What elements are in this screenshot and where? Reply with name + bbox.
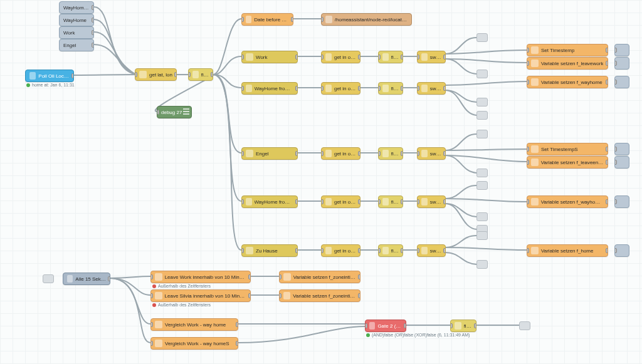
link-out[interactable]: [614, 195, 629, 208]
func-set-timestamp-s[interactable]: Set TimestempS: [527, 143, 608, 155]
pin-icon: [246, 247, 253, 254]
node-label: Variable setzen f_wayhomeS: [541, 199, 604, 205]
link-in-wayhome[interactable]: WayHome: [59, 14, 94, 26]
link-out-stub[interactable]: [476, 98, 488, 107]
func-var-wayhome[interactable]: Variable setzen f_wayhome: [527, 76, 608, 88]
func-leave-silvia-window[interactable]: Leave Silvia innerhalb von 10 Minuten: [150, 289, 251, 302]
node-label: Work: [63, 30, 75, 36]
link-out-stub[interactable]: [476, 70, 488, 78]
inject-every-15s[interactable]: Alle 15 Sekunden: [63, 273, 110, 285]
filter-main[interactable]: filter: [188, 68, 213, 81]
switch-wfe[interactable]: switch: [417, 195, 446, 208]
link-out-stub[interactable]: [476, 181, 488, 190]
link-in-stub[interactable]: [43, 274, 54, 283]
link-in-wayhomeS[interactable]: WayHomeS: [59, 1, 94, 14]
funnel-icon: [455, 322, 461, 330]
gate-node[interactable]: Gate 2 (Oder): [365, 320, 406, 332]
flow-canvas[interactable]: { "links": { "wayhomeS": "WayHomeS", "wa…: [0, 0, 642, 364]
link-in-engel[interactable]: Engel: [59, 39, 94, 51]
func-var-zoneintime-s[interactable]: Variable setzen f_zoneintimeS: [279, 289, 360, 302]
link-out-stub[interactable]: [476, 33, 488, 42]
func-var-fhome[interactable]: Variable setzen f_home: [527, 244, 608, 257]
function-icon: [283, 273, 291, 281]
filter-wfw[interactable]: filter: [378, 82, 403, 95]
geofence-wayhome-from-engel[interactable]: WayHome from Engel: [241, 195, 298, 208]
debug-node[interactable]: debug 27: [157, 106, 192, 118]
change-inout-work[interactable]: get in or out: [321, 51, 360, 63]
func-var-zoneintime[interactable]: Variable setzen f_zoneintime: [279, 271, 360, 283]
switch-engel[interactable]: switch: [417, 147, 446, 160]
inject-poll-location[interactable]: Poll Oli Location: [25, 70, 74, 82]
clock-icon: [67, 275, 73, 283]
link-out-stub[interactable]: [476, 111, 488, 120]
filter-work[interactable]: filter: [378, 51, 403, 63]
function-icon: [531, 247, 539, 254]
link-out-stub[interactable]: [519, 321, 530, 330]
switch-wfw[interactable]: switch: [417, 82, 446, 95]
change-get-lat-lon[interactable]: get lat, lon: [135, 68, 177, 81]
file-location-txt[interactable]: /homeassistant/node-red/location.txt: [321, 13, 412, 26]
filter-gate[interactable]: filter: [450, 320, 476, 332]
link-in-work[interactable]: Work: [59, 26, 94, 39]
func-set-timestamp[interactable]: Set Timestemp: [527, 44, 608, 56]
function-icon: [155, 321, 162, 328]
func-compare-wayhome[interactable]: Vergleich Work - way home: [150, 318, 238, 331]
change-inout-home[interactable]: get in or out: [321, 244, 360, 257]
node-label: Variable setzen f_zoneintimeS: [293, 293, 356, 299]
link-out[interactable]: [614, 44, 629, 56]
filter-wfe[interactable]: filter: [378, 195, 403, 208]
func-var-leaveengel[interactable]: Variable setzen f_leaveengel: [527, 156, 608, 169]
func-date-before-payload[interactable]: Date before payload: [241, 13, 293, 26]
node-label: filter: [391, 55, 399, 60]
geofence-wayhome-from-work[interactable]: WayHome from Work: [241, 82, 298, 95]
filter-engel[interactable]: filter: [378, 147, 403, 160]
node-label: Variable setzen f_leaveengel: [541, 160, 604, 165]
function-icon: [531, 78, 539, 86]
geofence-engel[interactable]: Engel: [241, 147, 298, 160]
function-icon: [531, 198, 539, 205]
node-label: WayHome from Engel: [255, 199, 293, 205]
node-label: WayHome: [63, 18, 87, 23]
status-leave-work: Außerhalb des Zeitfensters: [152, 284, 211, 288]
node-label: get in or out: [334, 248, 356, 254]
func-leave-work-window[interactable]: Leave Work innerhalb von 10 Minuten: [150, 271, 251, 283]
func-compare-wayhome-s[interactable]: Vergleich Work - way homeS: [150, 337, 238, 350]
function-icon: [531, 60, 539, 67]
link-out-stub[interactable]: [476, 130, 488, 138]
change-inout-wfe[interactable]: get in or out: [321, 195, 360, 208]
node-label: Variable setzen f_zoneintime: [293, 274, 356, 280]
change-inout-wfw[interactable]: get in or out: [321, 82, 360, 95]
node-label: filter: [391, 86, 399, 91]
node-label: WayHomeS: [63, 5, 90, 11]
link-out[interactable]: [614, 143, 629, 155]
node-label: get in or out: [334, 86, 356, 91]
node-label: Alle 15 Sekunden: [75, 276, 106, 282]
link-out-stub[interactable]: [476, 169, 488, 177]
inject-button-icon[interactable]: [63, 273, 63, 285]
swap-icon: [325, 53, 332, 61]
change-inout-engel[interactable]: get in or out: [321, 147, 360, 160]
link-out-stub[interactable]: [476, 231, 488, 240]
node-label: get in or out: [334, 199, 356, 205]
geofence-work[interactable]: Work: [241, 51, 298, 63]
link-out[interactable]: [614, 57, 629, 70]
node-label: Zu Hause: [256, 248, 278, 254]
filter-home[interactable]: filter: [378, 244, 403, 257]
switch-home[interactable]: switch: [417, 244, 446, 257]
node-label: filter: [201, 72, 209, 78]
func-var-wayhome-s[interactable]: Variable setzen f_wayhomeS: [527, 195, 608, 208]
node-label: debug 27: [161, 110, 182, 115]
inject-button-icon[interactable]: [25, 70, 26, 82]
node-label: Work: [256, 55, 268, 60]
clock-icon: [29, 72, 36, 80]
link-out-stub[interactable]: [476, 260, 488, 269]
function-icon: [246, 16, 251, 23]
link-out[interactable]: [614, 76, 629, 88]
func-var-leavework[interactable]: Variable setzen f_leavework: [527, 57, 608, 70]
link-out[interactable]: [614, 244, 629, 257]
geofence-zu-hause[interactable]: Zu Hause: [241, 244, 298, 257]
link-out[interactable]: [614, 156, 629, 169]
link-out-stub[interactable]: [476, 212, 488, 221]
pin-icon: [246, 85, 252, 92]
switch-work[interactable]: switch: [417, 51, 446, 63]
